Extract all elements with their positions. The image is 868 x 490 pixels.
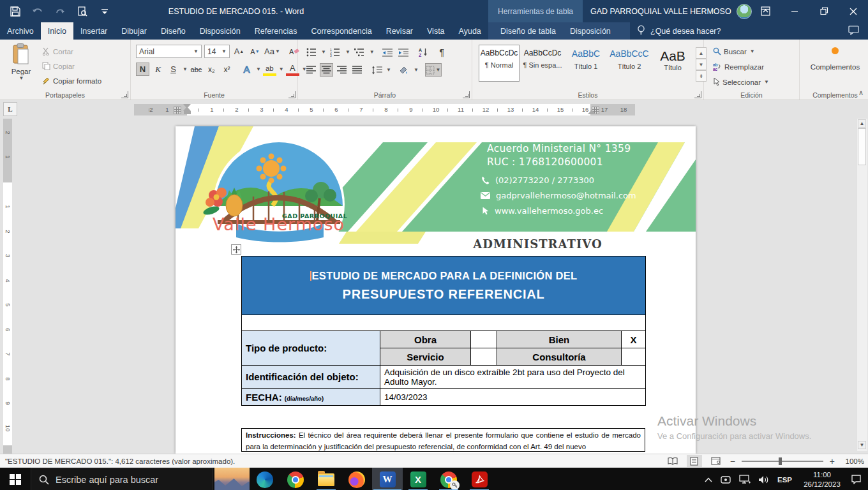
shading-button[interactable]	[398, 63, 411, 77]
text-effects-dropdown-icon[interactable]: ▼	[256, 66, 261, 72]
tab-diseno[interactable]: Diseño	[154, 22, 193, 40]
superscript-button[interactable]: x²	[220, 63, 234, 76]
table-empty-row[interactable]	[242, 315, 646, 331]
identificacion-value[interactable]: Adquisición de un disco extraíble 2bt pa…	[380, 366, 646, 389]
line-spacing-button[interactable]	[370, 63, 384, 77]
servicio-mark-cell[interactable]	[471, 348, 497, 366]
minimize-button[interactable]	[780, 0, 809, 22]
align-right-button[interactable]	[335, 63, 348, 77]
obra-mark-cell[interactable]	[471, 331, 497, 348]
tab-correspondencia[interactable]: Correspondencia	[304, 22, 378, 40]
table-column-marker-left[interactable]	[174, 107, 181, 114]
scroll-up-icon[interactable]: ▲	[858, 119, 866, 128]
news-widget-thumbnail[interactable]	[214, 468, 250, 490]
align-center-button[interactable]	[320, 63, 333, 77]
close-button[interactable]	[839, 0, 868, 22]
justify-button[interactable]	[350, 63, 364, 77]
tab-dibujar[interactable]: Dibujar	[114, 22, 154, 40]
tab-ayuda[interactable]: Ayuda	[452, 22, 488, 40]
paragraph-dialog-launcher[interactable]	[463, 91, 470, 98]
tab-revisar[interactable]: Revisar	[379, 22, 420, 40]
table-title-line2[interactable]: PRESUPUESTO REFERENCIAL	[242, 287, 645, 302]
tab-inicio[interactable]: Inicio	[41, 22, 73, 40]
tab-disposicion-tabla[interactable]: Disposición	[563, 22, 618, 40]
consultoria-mark-cell[interactable]	[622, 348, 646, 366]
decrease-indent-button[interactable]	[381, 45, 394, 59]
taskbar-word[interactable]: W	[372, 468, 403, 490]
cut-button[interactable]: Cortar	[42, 45, 101, 58]
style-normal[interactable]: AaBbCcDc ¶ Normal	[479, 45, 520, 82]
tab-referencias[interactable]: Referencias	[248, 22, 304, 40]
taskbar-acrobat[interactable]	[464, 468, 495, 490]
font-color-button[interactable]: A	[286, 63, 299, 76]
indent-markers[interactable]	[183, 104, 191, 115]
taskbar-explorer[interactable]	[311, 468, 341, 490]
zoom-level[interactable]: 100%	[841, 457, 864, 465]
taskbar-excel[interactable]: X	[403, 468, 433, 490]
servicio-cell[interactable]: Servicio	[380, 348, 471, 366]
font-dialog-launcher[interactable]	[288, 91, 296, 98]
font-size-combobox[interactable]: 14▼	[204, 45, 230, 58]
taskbar-search[interactable]: Escribe aquí para buscar	[31, 468, 213, 490]
save-icon[interactable]	[9, 5, 22, 18]
taskbar-edge[interactable]	[250, 468, 280, 490]
format-painter-button[interactable]: Copiar formato	[42, 74, 101, 87]
bien-mark-cell[interactable]: X	[622, 331, 646, 348]
paste-button[interactable]: Pegar ▼	[5, 43, 37, 81]
language-indicator[interactable]: ESP	[772, 476, 797, 484]
instructions-box[interactable]: Instrucciones: El técnico del área requi…	[241, 428, 645, 452]
find-button[interactable]: Buscar▼	[713, 45, 769, 58]
show-marks-button[interactable]: ¶	[435, 45, 449, 59]
underline-button[interactable]: S	[167, 63, 180, 76]
fecha-value[interactable]: 14/03/2023	[380, 389, 646, 406]
subscript-button[interactable]: x₂	[205, 63, 218, 76]
v-ruler[interactable]: 2112345678910	[3, 119, 12, 454]
scroll-down-icon[interactable]: ▼	[858, 441, 866, 449]
vertical-scrollbar[interactable]: ▲ ▼	[857, 119, 867, 451]
account-avatar[interactable]	[737, 4, 752, 19]
select-button[interactable]: Seleccionar▼	[713, 75, 769, 89]
print-layout-icon[interactable]	[687, 455, 702, 467]
table-title-line1[interactable]: ESTUDIO DE MERCADO PARA LA DEFINICIÓN DE…	[242, 270, 645, 282]
increase-indent-button[interactable]	[397, 45, 410, 59]
style-titulo-2[interactable]: AaBbCcC Título 2	[609, 45, 650, 82]
addins-button[interactable]: Complementos	[800, 47, 868, 71]
collapse-ribbon-icon[interactable]: ∧	[858, 89, 864, 97]
tab-vista[interactable]: Vista	[420, 22, 452, 40]
strikethrough-button[interactable]: abc	[190, 63, 203, 76]
style-titulo[interactable]: AaB Título	[652, 45, 693, 82]
style-sin-espaciado[interactable]: AaBbCcDc ¶ Sin espa...	[522, 45, 563, 82]
restore-button[interactable]	[809, 0, 839, 22]
tab-disposicion[interactable]: Disposición	[193, 22, 248, 40]
replace-button[interactable]: abac Reemplazar	[713, 60, 769, 73]
sort-button[interactable]: AZ	[417, 45, 430, 59]
feedback-icon[interactable]	[848, 26, 859, 38]
text-effects-button[interactable]: A	[240, 63, 253, 76]
italic-button[interactable]: K	[151, 63, 165, 76]
onedrive-tray-icon[interactable]	[716, 468, 735, 490]
customize-qat-icon[interactable]	[98, 5, 111, 18]
document-canvas[interactable]: 2112345678910	[0, 119, 868, 454]
highlight-color-button[interactable]: ab	[263, 63, 276, 76]
tell-me-box[interactable]: ¿Qué desea hacer?	[637, 22, 721, 40]
style-titulo-1[interactable]: AaBbC Título 1	[565, 45, 606, 82]
start-button[interactable]	[0, 468, 31, 490]
numbering-button[interactable]: 123	[329, 45, 342, 59]
multilevel-list-button[interactable]	[353, 45, 366, 59]
print-preview-icon[interactable]	[76, 5, 89, 18]
consultoria-cell[interactable]: Consultoría	[497, 348, 622, 366]
taskbar-firefox[interactable]	[341, 468, 372, 490]
account-info[interactable]: GAD PARROQUIAL VALLE HERMOSO	[590, 0, 752, 22]
action-center-icon[interactable]	[847, 468, 868, 490]
align-left-button[interactable]	[304, 63, 318, 77]
document-page[interactable]: Acuerdo Ministerial N° 1359 RUC : 176812…	[176, 126, 696, 454]
undo-icon[interactable]	[31, 5, 44, 18]
hidden-icons-chevron-icon[interactable]	[701, 468, 716, 490]
zoom-slider[interactable]	[742, 461, 823, 462]
font-name-combobox[interactable]: Arial▼	[136, 45, 202, 58]
bold-button[interactable]: N	[136, 63, 149, 76]
change-case-button[interactable]: Aa▼	[264, 45, 280, 58]
h-ruler[interactable]: 21123456789101112131415161718	[134, 104, 635, 115]
highlight-dropdown-icon[interactable]: ▼	[279, 66, 284, 72]
shrink-font-button[interactable]: A▼	[248, 45, 262, 58]
